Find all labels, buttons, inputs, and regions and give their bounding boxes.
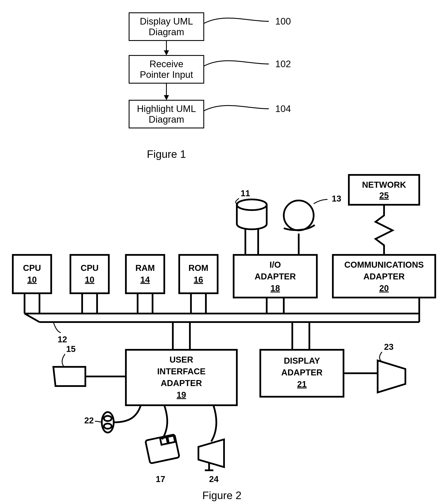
svg-text:19: 19 bbox=[177, 390, 186, 399]
fig1-step-1: Display UML Diagram 100 bbox=[129, 13, 291, 40]
svg-rect-16 bbox=[179, 255, 218, 293]
svg-marker-5 bbox=[164, 95, 169, 100]
svg-text:10: 10 bbox=[85, 275, 94, 284]
svg-text:17: 17 bbox=[156, 474, 165, 484]
svg-text:21: 21 bbox=[297, 379, 307, 389]
speaker-icon: 24 bbox=[198, 405, 224, 484]
svg-text:12: 12 bbox=[58, 335, 67, 344]
fig1-step-2-line2: Pointer Input bbox=[140, 69, 193, 80]
svg-text:11: 11 bbox=[241, 189, 250, 198]
svg-rect-73 bbox=[160, 437, 168, 445]
fig1-step-3-ref: 104 bbox=[275, 104, 291, 114]
svg-rect-13 bbox=[126, 255, 164, 293]
svg-text:ADAPTER: ADAPTER bbox=[255, 272, 296, 281]
fig1-step-2: Receive Pointer Input 102 bbox=[129, 55, 291, 83]
mouse-icon: 17 bbox=[145, 405, 179, 484]
block-display-adapter: DISPLAY ADAPTER 21 bbox=[260, 350, 344, 397]
svg-point-70 bbox=[104, 424, 111, 429]
svg-text:18: 18 bbox=[271, 284, 280, 293]
svg-text:ROM: ROM bbox=[188, 263, 208, 272]
microphone-icon: 15 bbox=[53, 344, 126, 386]
fig1-step-1-line2: Diagram bbox=[149, 27, 184, 37]
svg-point-34 bbox=[284, 200, 314, 230]
disk-icon: 11 bbox=[236, 189, 267, 255]
figure-1: Display UML Diagram 100 Receive Pointer … bbox=[129, 13, 291, 160]
svg-text:24: 24 bbox=[209, 474, 219, 484]
svg-rect-74 bbox=[167, 435, 175, 443]
svg-text:RAM: RAM bbox=[135, 263, 155, 272]
svg-text:ADAPTER: ADAPTER bbox=[281, 368, 322, 377]
fig1-step-2-ref: 102 bbox=[275, 59, 291, 69]
svg-text:USER: USER bbox=[169, 355, 193, 364]
svg-text:COMMUNICATIONS: COMMUNICATIONS bbox=[344, 260, 424, 269]
joystick-icon: 22 bbox=[84, 405, 141, 432]
figure-1-caption: Figure 1 bbox=[147, 148, 186, 160]
svg-text:20: 20 bbox=[379, 284, 389, 293]
block-ui-adapter: USER INTERFACE ADAPTER 19 bbox=[126, 350, 237, 405]
block-cpu-1: CPU 10 bbox=[13, 255, 51, 293]
svg-text:15: 15 bbox=[66, 344, 76, 354]
fig1-step-3-line1: Highlight UML bbox=[137, 104, 196, 114]
svg-text:10: 10 bbox=[27, 275, 37, 284]
fig1-step-2-line1: Receive bbox=[149, 59, 184, 69]
svg-text:ADAPTER: ADAPTER bbox=[363, 272, 405, 281]
svg-text:I/O: I/O bbox=[269, 260, 281, 269]
fig1-step-3-line2: Diagram bbox=[149, 114, 184, 125]
svg-text:CPU: CPU bbox=[23, 263, 41, 272]
figure-2: CPU 10 CPU 10 RAM 14 ROM 16 I/O ADAPTER … bbox=[13, 175, 435, 502]
svg-text:INTERFACE: INTERFACE bbox=[157, 367, 206, 376]
block-rom: ROM 16 bbox=[179, 255, 218, 293]
fig1-step-1-ref: 100 bbox=[275, 16, 291, 26]
block-network: NETWORK 25 bbox=[349, 175, 419, 205]
dvd-icon: 13 bbox=[284, 194, 341, 255]
svg-line-50 bbox=[24, 314, 39, 322]
block-cpu-2: CPU 10 bbox=[70, 255, 109, 293]
svg-text:DISPLAY: DISPLAY bbox=[284, 356, 320, 365]
svg-rect-10 bbox=[70, 255, 109, 293]
svg-text:14: 14 bbox=[140, 275, 150, 284]
svg-point-30 bbox=[237, 199, 267, 210]
svg-text:ADAPTER: ADAPTER bbox=[161, 378, 202, 388]
fig1-step-3: Highlight UML Diagram 104 bbox=[129, 100, 291, 128]
svg-rect-7 bbox=[13, 255, 51, 293]
svg-text:13: 13 bbox=[332, 194, 341, 203]
block-ram: RAM 14 bbox=[126, 255, 164, 293]
svg-text:16: 16 bbox=[194, 275, 203, 284]
svg-text:25: 25 bbox=[379, 191, 389, 200]
svg-rect-27 bbox=[349, 175, 419, 205]
fig1-step-1-line1: Display UML bbox=[140, 16, 193, 26]
svg-point-69 bbox=[104, 416, 111, 421]
svg-text:NETWORK: NETWORK bbox=[362, 180, 406, 189]
figure-2-caption: Figure 2 bbox=[202, 489, 241, 502]
svg-text:22: 22 bbox=[84, 416, 94, 425]
block-io-adapter: I/O ADAPTER 18 bbox=[234, 255, 317, 298]
svg-text:CPU: CPU bbox=[81, 263, 99, 272]
svg-text:23: 23 bbox=[384, 342, 394, 352]
block-comm-adapter: COMMUNICATIONS ADAPTER 20 bbox=[333, 255, 435, 298]
monitor-icon: 23 bbox=[344, 342, 405, 393]
svg-marker-2 bbox=[164, 50, 169, 55]
